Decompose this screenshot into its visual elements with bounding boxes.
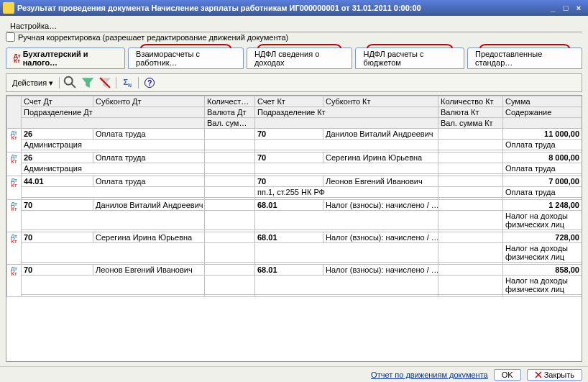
cell-blank[interactable]	[255, 295, 438, 297]
cell-cur-kt[interactable]	[438, 276, 503, 295]
manual-correction-checkbox[interactable]	[6, 32, 15, 42]
cell-acc-dt[interactable]: 70	[22, 265, 93, 276]
cell-qty-kt[interactable]	[438, 153, 503, 163]
cell-vsum-kt[interactable]	[438, 295, 503, 297]
cell-content[interactable]: Налог на доходы физических лиц	[503, 211, 582, 230]
col-content[interactable]: Содержание	[503, 107, 582, 118]
cell-cur-dt[interactable]	[205, 211, 255, 230]
col-qty-kt[interactable]: Количество Кт	[438, 96, 503, 107]
table-row[interactable]: Налог на доходы физических лиц	[7, 276, 582, 295]
cell-content[interactable]: Оплата труда	[503, 187, 582, 198]
cell-sum[interactable]: 11 000,00	[503, 129, 582, 140]
cell-cur-kt[interactable]	[438, 140, 503, 150]
cell-acc-dt[interactable]: 70	[22, 200, 93, 211]
table-row[interactable]: ДтКт70Серегина Ирина Юрьевна68.01Налог (…	[7, 232, 582, 243]
cell-sub-kt-2[interactable]	[255, 211, 438, 230]
cell-acc-kt[interactable]: 70	[255, 153, 323, 163]
cell-qty-dt[interactable]	[205, 200, 255, 211]
tab-ndfl-income[interactable]: НДФЛ сведения о доходах	[247, 47, 353, 69]
cell-sub-kt[interactable]: Серегина Ирина Юрьевна	[323, 153, 438, 163]
col-qty-dt[interactable]: Количест…	[205, 96, 255, 107]
cell-dep-dt[interactable]	[22, 276, 205, 295]
sigma-button[interactable]: ΣN	[119, 76, 135, 90]
cell-qty-kt[interactable]	[438, 176, 503, 187]
cell-dep-dt[interactable]	[22, 187, 205, 198]
table-row[interactable]: пп.1, ст.255 НК РФОплата труда	[7, 187, 582, 198]
cell-dep-dt[interactable]	[22, 243, 205, 263]
table-row[interactable]: АдминистрацияОплата труда	[7, 163, 582, 174]
cell-cur-dt[interactable]	[205, 243, 255, 263]
cell-blank[interactable]	[503, 295, 582, 297]
find-button[interactable]	[63, 76, 78, 90]
cell-sub-kt-2[interactable]	[255, 163, 438, 174]
col-cur-kt[interactable]: Валюта Кт	[438, 107, 503, 118]
cell-cur-dt[interactable]	[205, 276, 255, 295]
dialog-close-button[interactable]: Закрыть	[527, 369, 582, 381]
cell-vsum-dt[interactable]	[205, 295, 255, 297]
cell-dep-dt[interactable]: Администрация	[22, 163, 205, 174]
table-row[interactable]: АдминистрацияОплата труда	[7, 140, 582, 150]
cell-cur-kt[interactable]	[438, 243, 503, 263]
cell-sub-kt[interactable]: Налог (взносы): начислено / …	[323, 200, 438, 211]
clear-filter-button[interactable]	[97, 76, 113, 90]
col-sub-dt[interactable]: Субконто Дт	[93, 96, 205, 107]
cell-sub-kt[interactable]: Налог (взносы): начислено / …	[323, 265, 438, 276]
cell-content[interactable]: Оплата труда	[503, 163, 582, 174]
cell-sub-dt[interactable]: Оплата труда	[93, 153, 205, 163]
ok-button[interactable]: OK	[494, 369, 521, 381]
cell-sub-dt[interactable]: Данилов Виталий Андреевич	[93, 200, 205, 211]
cell-sub-kt-2[interactable]	[255, 276, 438, 295]
col-acc-dt[interactable]: Счет Дт	[22, 96, 93, 107]
cell-qty-kt[interactable]	[438, 129, 503, 140]
cell-sub-dt[interactable]: Оплата труда	[93, 129, 205, 140]
cell-dep-dt[interactable]	[22, 211, 205, 230]
cell-sum[interactable]: 1 248,00	[503, 200, 582, 211]
col-cur-dt[interactable]: Валюта Дт	[205, 107, 255, 118]
col-sub-kt[interactable]: Субконто Кт	[323, 96, 438, 107]
cell-acc-kt[interactable]: 68.01	[255, 232, 323, 243]
accounting-grid[interactable]: Счет Дт Субконто Дт Количест… Счет Кт Су…	[6, 96, 582, 297]
cell-sum[interactable]: 7 000,00	[503, 176, 582, 187]
cell-qty-dt[interactable]	[205, 153, 255, 163]
cell-sub-kt-2[interactable]	[255, 140, 438, 150]
cell-blank[interactable]	[22, 295, 205, 297]
col-sum[interactable]: Сумма	[503, 96, 582, 107]
cell-cur-kt[interactable]	[438, 211, 503, 230]
col-dep-kt[interactable]: Подразделение Кт	[255, 107, 438, 118]
table-row[interactable]: Налог на доходы физических лиц	[7, 243, 582, 263]
actions-dropdown[interactable]: Действия ▾	[9, 78, 56, 88]
col-dep-dt[interactable]: Подразделение Дт	[22, 107, 205, 118]
settings-menu[interactable]: Настройка…	[10, 22, 57, 30]
col-vsum-dt[interactable]: Вал. сум…	[205, 118, 255, 129]
cell-sub-kt[interactable]: Данилов Виталий Андреевич	[323, 129, 438, 140]
cell-qty-dt[interactable]	[205, 129, 255, 140]
tab-ndfl-budget[interactable]: НДФЛ расчеты с бюджетом	[355, 47, 464, 69]
minimize-button[interactable]: _	[546, 2, 559, 14]
cell-qty-kt[interactable]	[438, 200, 503, 211]
help-button[interactable]: ?	[142, 76, 157, 90]
tab-settlements[interactable]: Взаиморасчеты с работник…	[128, 47, 244, 69]
cell-sub-kt[interactable]: Налог (взносы): начислено / …	[323, 232, 438, 243]
cell-acc-kt[interactable]: 70	[255, 176, 323, 187]
cell-acc-kt[interactable]: 70	[255, 129, 323, 140]
cell-cur-kt[interactable]	[438, 187, 503, 198]
tab-standard-deductions[interactable]: Предоставленные стандар…	[467, 47, 582, 69]
cell-cur-dt[interactable]	[205, 163, 255, 174]
cell-acc-kt[interactable]: 68.01	[255, 200, 323, 211]
filter-button[interactable]	[80, 76, 96, 90]
table-row[interactable]: ДтКт70Данилов Виталий Андреевич68.01Нало…	[7, 200, 582, 211]
cell-sub-kt[interactable]: Леонов Евгений Иванович	[323, 176, 438, 187]
cell-cur-kt[interactable]	[438, 163, 503, 174]
maximize-button[interactable]: □	[559, 2, 572, 14]
table-row[interactable]	[7, 295, 582, 297]
cell-qty-dt[interactable]	[205, 232, 255, 243]
cell-sum[interactable]: 8 000,00	[503, 153, 582, 163]
close-window-button[interactable]: ×	[572, 2, 585, 14]
cell-cur-dt[interactable]	[205, 187, 255, 198]
table-row[interactable]: ДтКт26Оплата труда70Серегина Ирина Юрьев…	[7, 153, 582, 163]
report-link[interactable]: Отчет по движениям документа	[371, 370, 488, 379]
table-row[interactable]: ДтКт26Оплата труда70Данилов Виталий Андр…	[7, 129, 582, 140]
table-row[interactable]: Налог на доходы физических лиц	[7, 211, 582, 230]
cell-content[interactable]: Налог на доходы физических лиц	[503, 276, 582, 295]
col-acc-kt[interactable]: Счет Кт	[255, 96, 323, 107]
